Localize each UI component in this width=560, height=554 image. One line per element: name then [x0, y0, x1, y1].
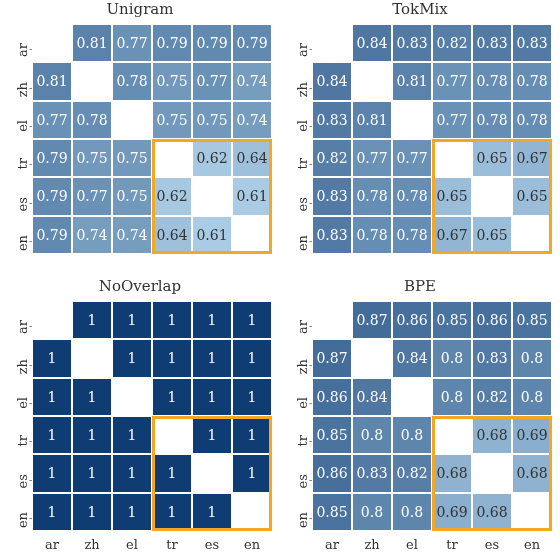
- heatmap: 0.870.860.850.860.850.870.840.80.830.80.…: [312, 301, 552, 531]
- heatmap-cell: [192, 454, 232, 492]
- heatmap-cell: [192, 177, 232, 215]
- heatmap-cell: 0.82: [432, 24, 472, 62]
- heatmap-cell: 0.87: [312, 339, 352, 377]
- y-tick-mark: -: [309, 435, 312, 436]
- heatmap-cell: 0.79: [32, 216, 72, 254]
- x-tick-label: zh: [72, 537, 112, 552]
- heatmap-cell: 0.77: [32, 101, 72, 139]
- heatmap-cell: 0.64: [152, 216, 192, 254]
- chart-title: NoOverlap: [0, 277, 280, 295]
- chart-title: Unigram: [0, 0, 280, 18]
- heatmap-cell: 1: [192, 378, 232, 416]
- heatmap-cell: [352, 62, 392, 100]
- heatmap-cell: [392, 378, 432, 416]
- heatmap-cell: 0.83: [352, 454, 392, 492]
- x-tick-label: es: [192, 537, 232, 552]
- y-tick-label: el: [295, 397, 310, 425]
- heatmap-cell: 0.74: [232, 101, 272, 139]
- heatmap-cell: 0.77: [192, 62, 232, 100]
- heatmap-cell: 0.74: [72, 216, 112, 254]
- heatmap-cell: 0.82: [472, 378, 512, 416]
- heatmap-cell: 0.74: [232, 62, 272, 100]
- y-tick-mark: -: [29, 435, 32, 436]
- heatmap-cell: 0.77: [112, 24, 152, 62]
- heatmap-cell: 0.84: [352, 24, 392, 62]
- heatmap-cell: 1: [232, 416, 272, 454]
- heatmap-cell: 0.8: [352, 416, 392, 454]
- heatmap: 111111111111111111111111111111: [32, 301, 272, 531]
- y-tick-label: zh: [295, 359, 310, 387]
- heatmap-cell: 1: [192, 339, 232, 377]
- heatmap-cell: 0.77: [432, 62, 472, 100]
- heatmap-cell: 1: [232, 454, 272, 492]
- heatmap-cell: 1: [192, 301, 232, 339]
- chart-grid: Unigram0.810.770.790.790.790.810.780.750…: [0, 0, 560, 554]
- y-tick-mark: -: [29, 43, 32, 44]
- y-tick-mark: -: [309, 396, 312, 397]
- heatmap-cell: 0.8: [352, 493, 392, 531]
- heatmap-cell: 1: [152, 493, 192, 531]
- heatmap-cell: [152, 139, 192, 177]
- heatmap-cell: 1: [32, 339, 72, 377]
- chart-nooverlap: NoOverlap111111111111111111111111111111a…: [0, 277, 280, 554]
- y-tick-mark: -: [29, 396, 32, 397]
- heatmap-cell: 0.67: [512, 139, 552, 177]
- heatmap-cell: 1: [32, 416, 72, 454]
- y-tick-label: es: [15, 474, 30, 502]
- heatmap-cell: 0.78: [472, 101, 512, 139]
- y-tick-mark: -: [309, 473, 312, 474]
- heatmap-cell: 1: [232, 378, 272, 416]
- heatmap-cell: [72, 339, 112, 377]
- x-tick-label: el: [392, 537, 432, 552]
- heatmap-cell: 0.79: [32, 139, 72, 177]
- heatmap-cell: [112, 378, 152, 416]
- heatmap-cell: 1: [72, 493, 112, 531]
- heatmap-cell: 1: [192, 416, 232, 454]
- heatmap-cell: 0.86: [312, 378, 352, 416]
- heatmap-cell: 0.69: [432, 493, 472, 531]
- heatmap-cell: 0.77: [432, 101, 472, 139]
- heatmap-cell: 0.64: [232, 139, 272, 177]
- heatmap-cell: 0.77: [352, 139, 392, 177]
- heatmap-cell: 1: [72, 301, 112, 339]
- heatmap: 0.810.770.790.790.790.810.780.750.770.74…: [32, 24, 272, 254]
- heatmap-cell: 0.62: [152, 177, 192, 215]
- heatmap-cell: [512, 493, 552, 531]
- y-tick-mark: -: [309, 234, 312, 235]
- heatmap-cell: 0.8: [432, 378, 472, 416]
- y-tick-mark: -: [309, 320, 312, 321]
- heatmap-cell: 0.79: [152, 24, 192, 62]
- heatmap-cell: 1: [152, 378, 192, 416]
- y-tick-label: tr: [15, 158, 30, 186]
- heatmap-cell: 0.82: [312, 139, 352, 177]
- heatmap-cell: [72, 62, 112, 100]
- heatmap-cell: 0.68: [472, 416, 512, 454]
- y-tick-label: ar: [15, 43, 30, 71]
- chart-title: TokMix: [280, 0, 560, 18]
- heatmap-cell: [152, 416, 192, 454]
- heatmap-cell: 0.75: [152, 62, 192, 100]
- heatmap-cell: 0.74: [112, 216, 152, 254]
- heatmap-cell: 0.83: [392, 24, 432, 62]
- x-tick-label: en: [232, 537, 272, 552]
- y-tick-mark: -: [29, 473, 32, 474]
- heatmap-cell: 1: [112, 339, 152, 377]
- heatmap-cell: 0.8: [392, 493, 432, 531]
- heatmap-cell: 0.81: [392, 62, 432, 100]
- heatmap-cell: 0.83: [312, 101, 352, 139]
- heatmap-cell: 0.78: [352, 216, 392, 254]
- heatmap-cell: 1: [72, 416, 112, 454]
- x-tick-label: tr: [152, 537, 192, 552]
- y-tick-label: ar: [295, 43, 310, 71]
- heatmap-cell: 0.85: [512, 301, 552, 339]
- chart-unigram: Unigram0.810.770.790.790.790.810.780.750…: [0, 0, 280, 277]
- heatmap-cell: 0.68: [432, 454, 472, 492]
- x-tick-label: en: [512, 537, 552, 552]
- heatmap-cell: 0.81: [32, 62, 72, 100]
- heatmap-cell: 0.85: [312, 493, 352, 531]
- heatmap-cell: 0.79: [192, 24, 232, 62]
- heatmap-cell: 1: [112, 301, 152, 339]
- heatmap-cell: 0.83: [312, 216, 352, 254]
- y-tick-label: el: [295, 120, 310, 148]
- heatmap-cell: 0.65: [472, 216, 512, 254]
